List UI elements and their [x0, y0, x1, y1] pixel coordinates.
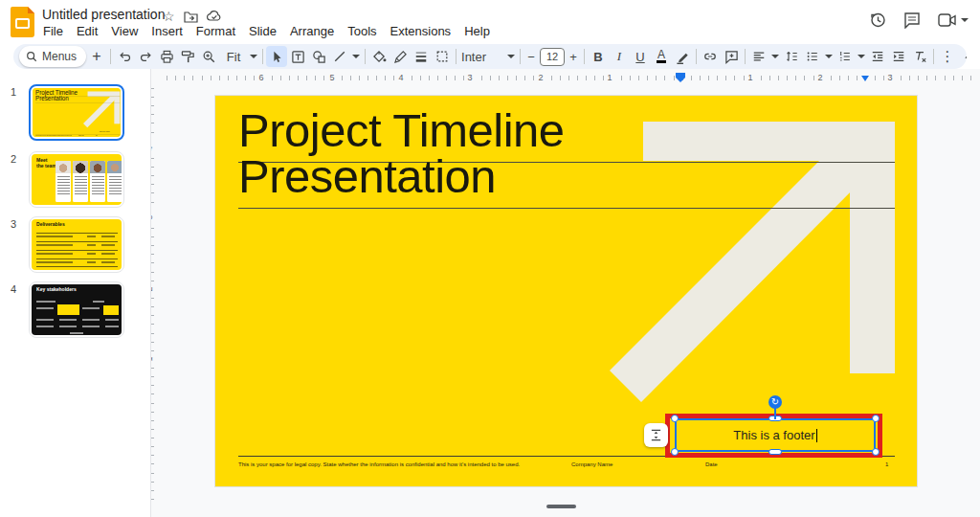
version-history-icon[interactable] — [865, 8, 890, 33]
slide-thumbnail-3[interactable]: Deliverables — [29, 216, 124, 273]
menu-view[interactable]: View — [104, 23, 145, 39]
paint-format-button[interactable] — [177, 46, 198, 67]
resize-handle-sw[interactable] — [671, 448, 679, 456]
align-button[interactable] — [748, 46, 769, 67]
divider — [110, 49, 111, 64]
increase-indent-button[interactable] — [888, 46, 909, 67]
slide-thumbnail-1[interactable]: Project TimelinePresentation This is you… — [29, 84, 124, 141]
bulleted-list-caret-icon[interactable] — [823, 46, 835, 67]
decrease-indent-button[interactable] — [867, 46, 888, 67]
shape-button[interactable] — [308, 46, 329, 67]
horizontal-ruler[interactable]: 6 5 4 3 2 1 1 2 3 — [157, 71, 976, 84]
italic-button[interactable]: I — [609, 46, 630, 67]
date-text: Date — [96, 135, 98, 136]
clear-formatting-button[interactable] — [909, 46, 930, 67]
highlight-block — [103, 305, 119, 315]
hide-menus-button[interactable] — [958, 46, 967, 67]
date-text[interactable]: Date — [705, 461, 718, 467]
slides-logo-icon[interactable] — [11, 7, 34, 37]
slide-editor[interactable]: Project TimelinePresentation This is you… — [215, 96, 917, 486]
align-caret-icon[interactable] — [769, 46, 781, 67]
move-folder-icon[interactable] — [184, 11, 198, 23]
ruler-number: 2 — [535, 71, 546, 84]
slide-thumbnail-4[interactable]: Key stakeholders — [29, 281, 124, 338]
border-dash-button[interactable] — [432, 46, 453, 67]
company-name-text[interactable]: Company Name — [571, 461, 612, 467]
text-box-button[interactable] — [287, 46, 308, 67]
divider — [696, 49, 697, 64]
decrease-font-size-button[interactable]: − — [523, 46, 539, 67]
menu-format[interactable]: Format — [189, 23, 242, 39]
indent-marker-right[interactable] — [861, 76, 869, 81]
menu-insert[interactable]: Insert — [145, 23, 189, 39]
ruler-number: 1 — [745, 71, 755, 84]
border-color-button[interactable] — [390, 46, 411, 67]
ruler-number: 1 — [604, 71, 614, 84]
legal-text: This is your space for legal copy. State… — [35, 135, 78, 136]
numbered-list-caret-icon[interactable] — [856, 46, 867, 67]
increase-font-size-button[interactable]: + — [566, 46, 581, 67]
add-comment-button[interactable] — [721, 46, 742, 67]
zoom-fit-caret-icon[interactable] — [248, 46, 259, 67]
text-color-button[interactable]: A — [651, 46, 672, 67]
resize-handle-s[interactable] — [768, 449, 782, 455]
zoom-fit-select[interactable]: Fit — [219, 46, 248, 67]
document-title[interactable]: Untitled presentation — [42, 7, 165, 22]
highlight-color-button[interactable] — [672, 46, 693, 67]
divider — [933, 49, 934, 64]
video-call-caret-icon[interactable] — [961, 18, 969, 22]
resize-handle-se[interactable] — [872, 448, 880, 456]
comments-icon[interactable] — [900, 8, 924, 33]
rotation-handle[interactable]: ↻ — [768, 395, 782, 409]
font-size-input[interactable]: 12 — [540, 48, 565, 66]
menu-edit[interactable]: Edit — [70, 23, 104, 39]
numbered-list-button[interactable] — [835, 46, 856, 67]
line-spacing-button[interactable] — [781, 46, 802, 67]
header: Untitled presentation ☆ File Edit View I… — [0, 0, 980, 42]
legal-text[interactable]: This is your space for legal copy. State… — [238, 461, 573, 467]
menu-file[interactable]: File — [36, 23, 70, 39]
bold-button[interactable]: B — [588, 46, 609, 67]
new-slide-button[interactable]: + — [86, 46, 107, 67]
zoom-icon[interactable] — [198, 46, 219, 67]
resize-handle-nw[interactable] — [671, 415, 679, 422]
slide-thumbnail-2[interactable]: Meetthe team — [29, 151, 124, 208]
fill-color-button[interactable] — [368, 46, 390, 67]
highlight-block — [57, 304, 79, 315]
autofit-button[interactable] — [644, 423, 668, 447]
divider — [456, 49, 457, 64]
footer-text: This is a footer — [92, 129, 118, 134]
font-family-select[interactable]: Inter — [459, 46, 505, 67]
undo-button[interactable] — [114, 46, 135, 67]
indent-marker[interactable] — [676, 73, 685, 82]
footer-textbox-selection[interactable] — [675, 418, 876, 452]
menu-extensions[interactable]: Extensions — [384, 23, 458, 39]
insert-link-button[interactable] — [700, 46, 721, 67]
border-weight-button[interactable] — [411, 46, 432, 67]
notes-resize-handle[interactable] — [546, 505, 576, 508]
resize-handle-ne[interactable] — [872, 415, 880, 422]
line-tool-button[interactable] — [329, 46, 350, 67]
menu-help[interactable]: Help — [457, 23, 497, 39]
select-tool-button[interactable] — [266, 46, 287, 67]
search-menus-button[interactable]: Menus — [19, 46, 86, 67]
video-call-icon[interactable] — [934, 8, 972, 33]
bulleted-list-button[interactable] — [802, 46, 823, 67]
cloud-saved-icon[interactable] — [207, 11, 222, 22]
more-options-button[interactable]: ⋮ — [937, 46, 958, 67]
slide-title[interactable]: Project TimelinePresentation — [238, 107, 565, 199]
divider — [745, 49, 746, 64]
menu-tools[interactable]: Tools — [341, 23, 383, 39]
underline-button[interactable]: U — [630, 46, 651, 67]
slide-number: 1 — [2, 86, 25, 98]
font-family-caret-icon[interactable] — [505, 46, 517, 67]
company-name-text: Company Name — [78, 135, 84, 136]
star-icon[interactable]: ☆ — [163, 9, 175, 24]
menu-slide[interactable]: Slide — [242, 23, 283, 39]
menu-arrange[interactable]: Arrange — [283, 23, 341, 39]
line-tool-caret-icon[interactable] — [350, 46, 362, 67]
print-button[interactable] — [156, 46, 177, 67]
menu-bar: File Edit View Insert Format Slide Arran… — [36, 23, 497, 39]
header-right-actions — [865, 8, 972, 33]
redo-button[interactable] — [135, 46, 156, 67]
